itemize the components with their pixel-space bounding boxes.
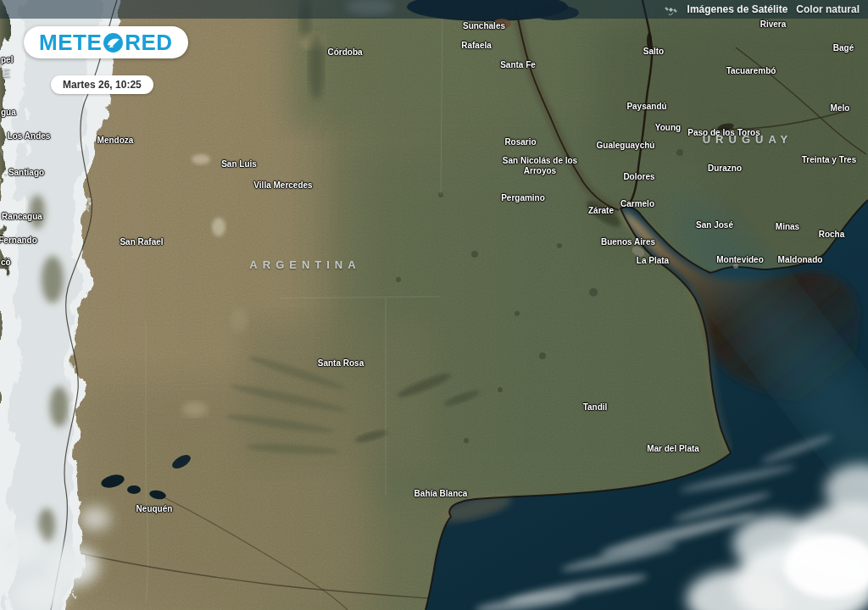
map-viewport[interactable]: SunchalesRafaelaCórdobaSanta FeSaltoRive… <box>0 0 868 610</box>
layer-name-label[interactable]: Imágenes de Satélite <box>687 3 788 15</box>
map-toolbar: Imágenes de Satélite Color natural <box>0 0 868 19</box>
meteored-logo-icon <box>103 32 124 53</box>
meteored-logo: METE RED <box>24 26 188 58</box>
toolbar-right-group: Imágenes de Satélite Color natural <box>665 3 868 16</box>
satellite-icon <box>665 3 677 16</box>
timestamp-badge: Martes 26, 10:25 <box>51 75 153 94</box>
logo-text-right: RED <box>125 31 172 53</box>
color-mode-label[interactable]: Color natural <box>796 3 860 15</box>
logo-text-left: METE <box>39 31 102 53</box>
